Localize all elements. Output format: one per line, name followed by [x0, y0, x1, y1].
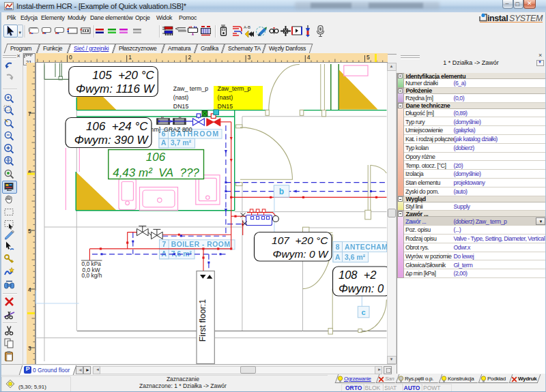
svg-text:4: 4 [306, 54, 310, 61]
svg-text:Zaw_term_p: Zaw_term_p [218, 85, 251, 92]
svg-text:Zaw_ term_p: Zaw_ term_p [173, 85, 208, 92]
svg-text:106: 106 [146, 151, 166, 164]
svg-text:108 +2: 108 +2 [339, 269, 377, 281]
svg-text:4: 4 [28, 286, 31, 293]
svg-text:First floor:1: First floor:1 [198, 299, 207, 342]
svg-text:2: 2 [188, 54, 191, 61]
svg-text:Φwym: 0: Φwym: 0 [339, 282, 384, 295]
svg-text:(nast): (nast) [173, 94, 189, 101]
svg-text:A: A [161, 138, 167, 147]
svg-text:Φwym: 0 W: Φwym: 0 W [273, 248, 329, 260]
svg-text:0: 0 [69, 54, 72, 61]
svg-text:nm] GRAZ 800: nm] GRAZ 800 [151, 126, 192, 133]
svg-text:(nast): (nast) [218, 94, 233, 101]
svg-text:8: 8 [336, 243, 340, 251]
svg-text:1: 1 [128, 54, 132, 61]
svg-text:BOILER - ROOM: BOILER - ROOM [171, 240, 231, 248]
svg-text:A: A [335, 253, 341, 261]
svg-text:A-B: A-B [244, 25, 250, 29]
svg-text:3,6 m²: 3,6 m² [345, 253, 366, 261]
svg-text:c: c [362, 308, 366, 316]
svg-text:7: 7 [162, 240, 166, 248]
svg-text:0,0 kg/h: 0,0 kg/h [82, 272, 102, 279]
svg-text:7: 7 [28, 110, 31, 117]
svg-text:DN15: DN15 [218, 103, 233, 110]
svg-text:Φwym: 1116 W: Φwym: 1116 W [76, 82, 156, 95]
svg-text:107 +20 °C: 107 +20 °C [272, 235, 328, 246]
svg-text:3: 3 [247, 54, 250, 61]
svg-text:instal: instal [487, 14, 508, 23]
svg-text:3: 3 [28, 345, 31, 352]
svg-text:Φwym: 390 W: Φwym: 390 W [74, 134, 149, 147]
svg-text:5: 5 [28, 228, 31, 235]
svg-text:106 +24 °C: 106 +24 °C [86, 120, 148, 133]
svg-text:SYSTEM: SYSTEM [509, 14, 543, 23]
svg-text:5: 5 [367, 54, 370, 61]
svg-text:b: b [279, 187, 284, 196]
svg-text:105 +20 °C: 105 +20 °C [92, 69, 154, 82]
svg-text:4,43 m² VA ???: 4,43 m² VA ??? [113, 166, 199, 179]
svg-text:ANTECHAM: ANTECHAM [345, 243, 387, 251]
svg-text:3,7 m²: 3,7 m² [171, 138, 192, 147]
svg-text:DN15: DN15 [173, 103, 189, 110]
